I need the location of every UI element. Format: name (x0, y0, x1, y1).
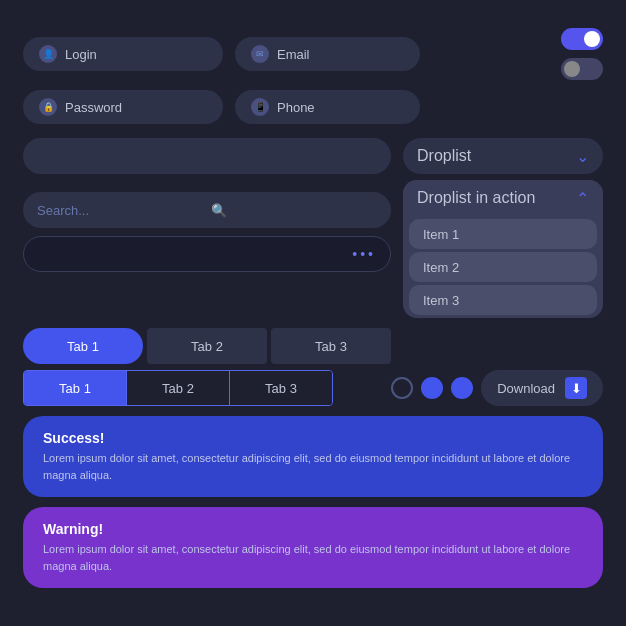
alert-warning-title: Warning! (43, 521, 583, 537)
tab2-row2[interactable]: Tab 2 (127, 371, 230, 405)
dropdown-open-label: Droplist in action (417, 189, 535, 207)
radio-2[interactable] (421, 377, 443, 399)
chevron-up-icon: ⌃ (576, 189, 589, 208)
toggle-group (561, 28, 603, 80)
wide-bar[interactable] (23, 138, 391, 174)
tabs-section: Tab 1 Tab 2 Tab 3 Tab 1 Tab 2 Tab 3 (23, 328, 391, 406)
download-label: Download (497, 381, 555, 396)
toggle-off[interactable] (561, 58, 603, 80)
download-button[interactable]: Download ⬇ (481, 370, 603, 406)
tab2-row1[interactable]: Tab 2 (147, 328, 267, 364)
login-field[interactable]: 👤 Login (23, 37, 223, 71)
user-icon: 👤 (39, 45, 57, 63)
lock-icon: 🔒 (39, 98, 57, 116)
login-label: Login (65, 47, 97, 62)
radio-3[interactable] (451, 377, 473, 399)
tab1-row1[interactable]: Tab 1 (23, 328, 143, 364)
search-box[interactable]: Search... 🔍 (23, 192, 391, 228)
phone-label: Phone (277, 100, 315, 115)
dots-icon: ••• (352, 246, 376, 262)
dropdown-open-header[interactable]: Droplist in action ⌃ (403, 180, 603, 216)
toggle-on[interactable] (561, 28, 603, 50)
search-icon: 🔍 (211, 203, 377, 218)
tab3-row1[interactable]: Tab 3 (271, 328, 391, 364)
password-field[interactable]: 🔒 Password (23, 90, 223, 124)
alert-success-title: Success! (43, 430, 583, 446)
dropdown-item-3[interactable]: Item 3 (409, 285, 597, 315)
tabs-row-2: Tab 1 Tab 2 Tab 3 (23, 370, 333, 406)
dropdown-closed[interactable]: Droplist ⌄ (403, 138, 603, 174)
phone-field[interactable]: 📱 Phone (235, 90, 420, 124)
email-field[interactable]: ✉ Email (235, 37, 420, 71)
email-icon: ✉ (251, 45, 269, 63)
password-label: Password (65, 100, 122, 115)
email-label: Email (277, 47, 310, 62)
dropdown-open: Droplist in action ⌃ Item 1 Item 2 Item … (403, 180, 603, 318)
alert-warning: Warning! Lorem ipsum dolor sit amet, con… (23, 507, 603, 588)
toggle-thumb-off (564, 61, 580, 77)
radio-1[interactable] (391, 377, 413, 399)
dropdown-label: Droplist (417, 147, 471, 165)
download-area: Download ⬇ (403, 328, 603, 406)
search-placeholder: Search... (37, 203, 203, 218)
tab3-row2[interactable]: Tab 3 (230, 371, 332, 405)
radio-group (391, 377, 473, 399)
alert-warning-text: Lorem ipsum dolor sit amet, consectetur … (43, 541, 583, 574)
tabs-row-1: Tab 1 Tab 2 Tab 3 (23, 328, 391, 364)
dropdown-area: Droplist ⌄ Droplist in action ⌃ Item 1 I… (403, 138, 603, 318)
dropdown-item-1[interactable]: Item 1 (409, 219, 597, 249)
download-icon: ⬇ (565, 377, 587, 399)
toggle-thumb-on (584, 31, 600, 47)
dots-bar[interactable]: ••• (23, 236, 391, 272)
tab1-row2[interactable]: Tab 1 (24, 371, 127, 405)
chevron-down-icon: ⌄ (576, 147, 589, 166)
phone-icon: 📱 (251, 98, 269, 116)
dropdown-item-2[interactable]: Item 2 (409, 252, 597, 282)
alert-success: Success! Lorem ipsum dolor sit amet, con… (23, 416, 603, 497)
alert-success-text: Lorem ipsum dolor sit amet, consectetur … (43, 450, 583, 483)
